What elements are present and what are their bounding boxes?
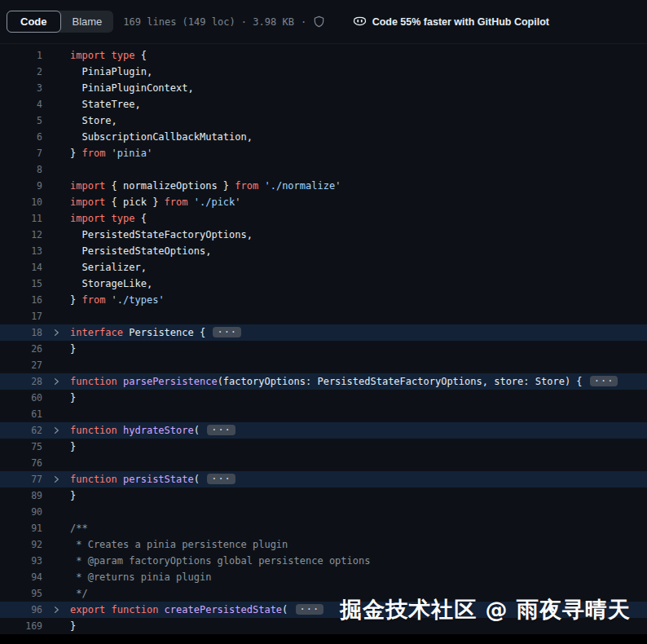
collapse-chevron-icon[interactable] bbox=[42, 602, 70, 618]
collapse-chevron-icon[interactable] bbox=[42, 471, 70, 487]
code-line: 77function persistState( ··· bbox=[0, 471, 647, 487]
github-code-view: Code Blame 169 lines (149 loc) · 3.98 KB… bbox=[0, 0, 647, 634]
shield-icon[interactable] bbox=[313, 15, 325, 28]
line-number[interactable]: 7 bbox=[0, 145, 42, 161]
code-line: 5 Store, bbox=[0, 112, 647, 129]
code-lines: 1import type {2 PiniaPlugin,3 PiniaPlugi… bbox=[0, 44, 647, 634]
line-number[interactable]: 77 bbox=[0, 471, 42, 487]
code-line: 15 StorageLike, bbox=[0, 276, 647, 292]
code-text: Serializer, bbox=[70, 259, 147, 276]
line-number[interactable]: 9 bbox=[0, 178, 42, 194]
line-number[interactable]: 27 bbox=[0, 357, 42, 373]
chevron-spacer bbox=[42, 210, 70, 227]
line-number[interactable]: 12 bbox=[0, 227, 42, 243]
code-text: Store, bbox=[70, 112, 117, 129]
line-number[interactable]: 3 bbox=[0, 80, 42, 96]
code-line: 94 * @returns pinia plugin bbox=[0, 569, 647, 585]
code-text: } bbox=[70, 618, 76, 634]
collapsed-code-badge[interactable]: ··· bbox=[207, 474, 235, 484]
code-text: import type { bbox=[70, 210, 147, 227]
copilot-banner[interactable]: Code 55% faster with GitHub Copilot bbox=[353, 15, 549, 29]
line-number[interactable]: 60 bbox=[0, 390, 42, 406]
copilot-icon bbox=[353, 15, 367, 29]
code-text: /** bbox=[70, 520, 88, 536]
collapsed-code-badge[interactable]: ··· bbox=[590, 376, 618, 386]
collapse-chevron-icon[interactable] bbox=[42, 373, 70, 390]
code-text: PiniaPluginContext, bbox=[70, 80, 194, 96]
code-line: 90 bbox=[0, 504, 647, 520]
code-text: PersistedStateFactoryOptions, bbox=[70, 227, 253, 243]
chevron-spacer bbox=[42, 243, 70, 259]
line-number[interactable]: 16 bbox=[0, 292, 42, 308]
chevron-spacer bbox=[42, 341, 70, 357]
line-number[interactable]: 1 bbox=[0, 47, 42, 64]
code-line: 11import type { bbox=[0, 210, 647, 227]
line-number[interactable]: 26 bbox=[0, 341, 42, 357]
collapsed-code-badge[interactable]: ··· bbox=[296, 604, 324, 615]
line-number[interactable]: 2 bbox=[0, 64, 42, 80]
line-number[interactable]: 10 bbox=[0, 194, 42, 210]
line-number[interactable]: 75 bbox=[0, 439, 42, 455]
code-line: 75} bbox=[0, 439, 647, 455]
chevron-spacer bbox=[42, 520, 70, 536]
line-number[interactable]: 91 bbox=[0, 520, 42, 536]
collapse-chevron-icon[interactable] bbox=[42, 324, 70, 341]
chevron-spacer bbox=[42, 47, 70, 64]
code-text: SubscriptionCallbackMutation, bbox=[70, 129, 253, 145]
code-line: 60} bbox=[0, 390, 647, 406]
line-number[interactable]: 92 bbox=[0, 536, 42, 553]
chevron-spacer bbox=[42, 585, 70, 602]
code-text: } from './types' bbox=[70, 292, 165, 308]
line-number[interactable]: 17 bbox=[0, 308, 42, 324]
code-line: 16} from './types' bbox=[0, 292, 647, 308]
line-number[interactable]: 61 bbox=[0, 406, 42, 422]
line-number[interactable]: 93 bbox=[0, 553, 42, 569]
line-number[interactable]: 169 bbox=[0, 618, 42, 634]
chevron-spacer bbox=[42, 145, 70, 161]
meta-separator: · bbox=[301, 16, 306, 28]
copilot-banner-text: Code 55% faster with GitHub Copilot bbox=[372, 16, 549, 28]
code-line: 76 bbox=[0, 455, 647, 471]
line-number[interactable]: 11 bbox=[0, 210, 42, 227]
code-text: import { pick } from './pick' bbox=[70, 194, 241, 210]
line-number[interactable]: 14 bbox=[0, 259, 42, 276]
code-line: 7} from 'pinia' bbox=[0, 145, 647, 161]
tab-blame[interactable]: Blame bbox=[61, 11, 114, 33]
line-number[interactable]: 15 bbox=[0, 276, 42, 292]
line-number[interactable]: 94 bbox=[0, 569, 42, 585]
line-number[interactable]: 28 bbox=[0, 373, 42, 390]
code-text: } bbox=[70, 439, 76, 455]
tab-code[interactable]: Code bbox=[7, 11, 61, 33]
collapsed-code-badge[interactable]: ··· bbox=[213, 327, 241, 337]
line-number[interactable]: 18 bbox=[0, 324, 42, 341]
chevron-spacer bbox=[42, 569, 70, 585]
chevron-spacer bbox=[42, 390, 70, 406]
chevron-spacer bbox=[42, 259, 70, 276]
line-number[interactable]: 4 bbox=[0, 96, 42, 112]
chevron-spacer bbox=[42, 96, 70, 112]
line-number[interactable]: 62 bbox=[0, 422, 42, 439]
code-line: 62function hydrateStore( ··· bbox=[0, 422, 647, 439]
chevron-spacer bbox=[42, 227, 70, 243]
collapse-chevron-icon[interactable] bbox=[42, 422, 70, 439]
code-line: 91/** bbox=[0, 520, 647, 536]
line-number[interactable]: 90 bbox=[0, 504, 42, 520]
line-number[interactable]: 8 bbox=[0, 161, 42, 178]
code-line: 26} bbox=[0, 341, 647, 357]
line-number[interactable]: 6 bbox=[0, 129, 42, 145]
code-text: PiniaPlugin, bbox=[70, 64, 152, 80]
code-text: * Creates a pinia persistence plugin bbox=[70, 536, 288, 553]
code-text: * @param factoryOptions global persisten… bbox=[70, 553, 370, 569]
line-number[interactable]: 89 bbox=[0, 487, 42, 504]
chevron-spacer bbox=[42, 553, 70, 569]
line-number[interactable]: 76 bbox=[0, 455, 42, 471]
watermark: 掘金技术社区 @ 雨夜寻晴天 bbox=[340, 595, 631, 624]
line-number[interactable]: 96 bbox=[0, 602, 42, 618]
collapsed-code-badge[interactable]: ··· bbox=[207, 425, 235, 435]
chevron-spacer bbox=[42, 308, 70, 324]
chevron-spacer bbox=[42, 276, 70, 292]
line-number[interactable]: 95 bbox=[0, 585, 42, 602]
chevron-spacer bbox=[42, 129, 70, 145]
line-number[interactable]: 5 bbox=[0, 112, 42, 129]
line-number[interactable]: 13 bbox=[0, 243, 42, 259]
